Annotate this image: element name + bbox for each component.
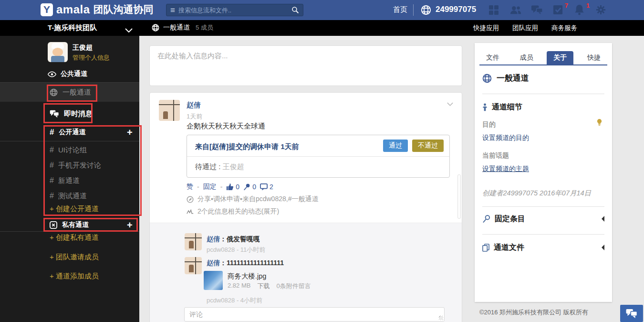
post-action-bar: 赞 - 固定 - 0 0 2	[187, 182, 273, 191]
comment-author[interactable]: 赵倩	[207, 235, 220, 243]
private-channels-label: 私有通道	[62, 221, 89, 229]
lightbulb-icon[interactable]	[596, 118, 602, 129]
manage-profile-link[interactable]: 管理个人信息	[73, 54, 110, 62]
pending-label: 待通过 :	[195, 162, 223, 171]
comment-input-box[interactable]	[184, 307, 445, 322]
sidebar-item-ui-group[interactable]: # UI讨论组	[50, 144, 87, 156]
comment-author[interactable]: 赵倩	[207, 259, 220, 267]
pinned-items-header: 固定条目	[482, 214, 525, 224]
activity-line[interactable]: 2个此信息相关的动态(展开)	[197, 207, 279, 216]
top-navbar: Yamala 团队沟通协同 ≡ 首页 249997075 7	[0, 0, 644, 20]
avatar[interactable]	[159, 100, 180, 121]
search-filter-icon[interactable]: ≡	[170, 6, 175, 14]
collapse-pinned-icon[interactable]	[599, 216, 604, 222]
globe-icon	[50, 88, 58, 97]
add-private-channel-button[interactable]: +	[127, 220, 133, 231]
channel-label: 新通道	[58, 176, 80, 185]
sidebar-item-instant-message[interactable]: 即时消息	[0, 104, 139, 123]
invite-member-link[interactable]: + 团队邀请成员	[50, 253, 99, 262]
set-purpose-link[interactable]: 设置频道的目的	[482, 134, 529, 142]
reject-button[interactable]: 不通过	[412, 140, 444, 152]
chevron-down-icon[interactable]	[125, 26, 133, 34]
like-link[interactable]: 赞	[187, 182, 193, 191]
tasks-badge: 7	[565, 2, 568, 9]
business-services-link[interactable]: 商务服务	[551, 24, 577, 32]
team-name[interactable]: T-施乐科技团队	[48, 23, 97, 32]
apps-grid-icon[interactable]	[488, 4, 499, 16]
sidebar-item-new-channel[interactable]: # 新通道	[50, 175, 80, 186]
channel-name: 一般通道	[163, 23, 190, 32]
app-logo[interactable]: Yamala 团队沟通协同	[41, 3, 154, 16]
thumbs-up-icon	[226, 183, 234, 191]
pin-counter[interactable]: 0	[243, 183, 256, 191]
comment-input[interactable]	[185, 308, 444, 321]
attachment-thumbnail[interactable]	[204, 271, 223, 290]
tab-members[interactable]: 成员	[513, 51, 540, 64]
download-link[interactable]: 下载	[257, 282, 270, 290]
share-info-row: 分享▪调休申请▪来自pcdw0828,#一般通道	[187, 195, 318, 204]
attachment-size: 2.82 MB	[228, 282, 250, 290]
global-search[interactable]: ≡	[166, 4, 303, 16]
user-id[interactable]: 249997075	[436, 5, 476, 14]
team-apps-link[interactable]: 团队应用	[512, 24, 538, 32]
collapse-files-icon[interactable]	[599, 245, 604, 250]
add-open-channel-button[interactable]: +	[127, 127, 133, 138]
create-private-channel-link[interactable]: + 创建私有通道	[50, 233, 99, 242]
panel-divider	[482, 206, 604, 207]
sidebar-item-mobile-dev[interactable]: # 手机开发讨论	[50, 160, 101, 171]
notifications-bell-icon[interactable]: 1	[574, 4, 585, 16]
avatar[interactable]	[48, 42, 68, 62]
quick-apps-link[interactable]: 快捷应用	[473, 24, 499, 32]
tab-about[interactable]: 关于	[547, 51, 573, 64]
chat-fab-button[interactable]	[620, 305, 643, 322]
channel-files-label: 通道文件	[494, 243, 524, 253]
globe-icon	[482, 74, 492, 83]
resize-handle[interactable]	[439, 316, 443, 320]
panel-channel-name: 一般通道	[497, 73, 529, 84]
scrollbar-thumb[interactable]	[457, 174, 461, 219]
approval-title: 来自[赵倩]提交的调休申请 1天前	[195, 142, 299, 151]
channel-info-panel: 文件 成员 关于 快捷 一般通道 通道细节 目的 设置频道的目的 当前话题 设置…	[475, 43, 612, 302]
hash-icon: #	[50, 161, 54, 170]
tab-quick[interactable]: 快捷	[581, 51, 607, 64]
sidebar-item-test-channel[interactable]: # 测试通道	[50, 190, 87, 202]
pin-link[interactable]: 固定	[203, 182, 217, 191]
home-link[interactable]: 首页	[393, 5, 407, 14]
avatar[interactable]	[185, 257, 202, 274]
colon: ：	[220, 235, 227, 243]
activity-row: 2个此信息相关的动态(展开)	[187, 207, 279, 216]
attachment-filename[interactable]: 商务大楼.jpg	[228, 272, 266, 281]
sidebar-divider	[0, 231, 139, 232]
add-member-link[interactable]: + 通道添加成员	[50, 272, 99, 281]
approval-card: 来自[赵倩]提交的调休申请 1天前 通过 不通过 待通过 : 王俊超	[187, 135, 450, 178]
contacts-icon[interactable]	[509, 4, 521, 16]
avatar[interactable]	[185, 233, 202, 250]
set-topic-link[interactable]: 设置频道的主题	[482, 165, 529, 173]
tasks-icon[interactable]: 7	[552, 4, 564, 16]
search-icon[interactable]	[291, 6, 299, 14]
avatar-art	[189, 265, 194, 272]
like-counter[interactable]: 0	[226, 183, 239, 191]
messages-icon[interactable]	[531, 4, 542, 16]
post-author[interactable]: 赵倩	[187, 101, 201, 110]
message-input[interactable]	[150, 46, 462, 86]
panel-divider	[482, 94, 604, 94]
tab-files[interactable]: 文件	[479, 51, 506, 64]
member-count[interactable]: 5 成员	[196, 23, 213, 32]
create-open-channel-link[interactable]: + 创建公开通道	[50, 204, 99, 214]
post-timestamp: 1天前	[187, 112, 202, 121]
attachment-note[interactable]: 0条附件留言	[276, 282, 311, 290]
comment-counter[interactable]: 2	[260, 183, 273, 191]
message-composer[interactable]	[149, 45, 462, 86]
chevron-down-icon[interactable]	[447, 99, 453, 108]
approve-button[interactable]: 通过	[383, 140, 408, 152]
hash-icon: #	[50, 128, 54, 137]
colon: ：	[220, 259, 227, 267]
globe-icon	[152, 24, 159, 32]
avatar-art	[163, 111, 168, 119]
settings-gear-icon[interactable]	[595, 4, 607, 16]
channel-details-label: 通道细节	[492, 102, 522, 112]
files-icon	[482, 244, 489, 252]
search-input[interactable]	[178, 7, 291, 14]
sidebar-item-general-channel[interactable]: 一般通道	[0, 83, 139, 102]
